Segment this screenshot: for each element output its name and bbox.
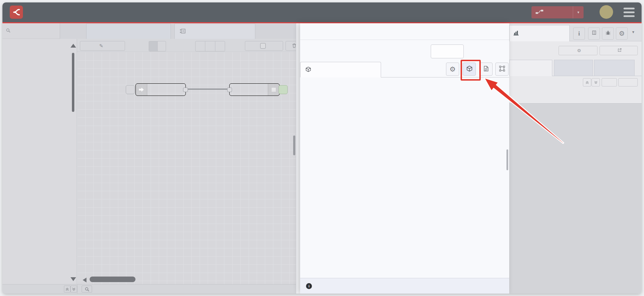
open-dashboard-button[interactable] bbox=[600, 46, 638, 55]
cube-icon bbox=[305, 66, 311, 73]
edit-properties-button[interactable]: ✎ bbox=[80, 41, 125, 51]
palette-expand-button[interactable] bbox=[71, 286, 77, 293]
tab-dashboard-2[interactable] bbox=[509, 25, 570, 41]
user-avatar[interactable] bbox=[600, 5, 613, 19]
unsaved-changes-dot bbox=[249, 26, 253, 29]
palette-scrollbar[interactable] bbox=[72, 53, 74, 112]
sidebar-more-caret[interactable]: ▾ bbox=[632, 30, 634, 34]
tab-layout[interactable] bbox=[509, 60, 552, 76]
selection-frame-icon bbox=[499, 66, 505, 73]
canvas-scroll-left[interactable] bbox=[83, 278, 86, 282]
description-button[interactable] bbox=[479, 63, 493, 76]
info-tab-button[interactable]: i bbox=[573, 27, 585, 40]
inject-arrow-icon bbox=[136, 84, 147, 96]
filter-nodes-input[interactable] bbox=[13, 28, 52, 34]
node-red-window: ▾ ✎ bbox=[2, 2, 642, 294]
add-page-button[interactable] bbox=[618, 78, 638, 87]
node-palette bbox=[2, 39, 77, 284]
canvas-vscrollbar[interactable] bbox=[293, 135, 295, 155]
node-output-port[interactable] bbox=[183, 88, 188, 92]
divider bbox=[77, 285, 77, 294]
project-row: ⚙ bbox=[509, 41, 642, 60]
subflow-toolbar: ✎ bbox=[77, 39, 296, 52]
move-down-button[interactable] bbox=[592, 78, 600, 87]
gear-icon: ⚙ bbox=[619, 30, 625, 37]
outputs-count-stepper bbox=[195, 41, 225, 51]
wire bbox=[185, 89, 230, 90]
document-icon bbox=[484, 66, 489, 73]
debug-tab-button[interactable] bbox=[602, 27, 614, 40]
done-button[interactable] bbox=[470, 44, 506, 58]
status-node-toggle[interactable] bbox=[245, 41, 283, 51]
dialog-tabrow: ⚙ bbox=[300, 62, 509, 77]
node-input-port[interactable] bbox=[227, 88, 232, 92]
palette-collapse-button[interactable] bbox=[64, 286, 71, 293]
module-properties-button[interactable] bbox=[463, 63, 476, 76]
info-icon: i bbox=[578, 30, 580, 37]
gear-icon: ⚙ bbox=[577, 48, 581, 53]
appearance-button[interactable] bbox=[495, 63, 509, 76]
status-node-checkbox[interactable] bbox=[260, 43, 266, 49]
outputs-value bbox=[205, 41, 215, 51]
outputs-plus-button[interactable] bbox=[215, 41, 225, 51]
palette-filter[interactable] bbox=[2, 23, 60, 39]
canvas-hscrollbar[interactable] bbox=[90, 277, 135, 282]
cube-icon bbox=[466, 65, 473, 73]
search-icon bbox=[6, 28, 10, 34]
right-sidebar: i ⚙ ▾ ⚙ bbox=[509, 23, 642, 294]
outputs-minus-button[interactable] bbox=[196, 41, 205, 51]
node-debug-1[interactable] bbox=[229, 83, 280, 96]
move-up-button[interactable] bbox=[583, 78, 591, 87]
palette-scroll-up[interactable] bbox=[71, 44, 76, 48]
node-red-logo-icon bbox=[10, 6, 23, 19]
palette-scroll-down[interactable] bbox=[71, 277, 76, 281]
gear-icon: ⚙ bbox=[449, 66, 456, 73]
node-timestamp[interactable] bbox=[135, 83, 186, 96]
debug-lines-icon bbox=[268, 84, 279, 96]
sidebar-tabs-row: i ⚙ ▾ bbox=[509, 23, 642, 41]
deploy-icon bbox=[536, 9, 543, 16]
tab-flow-1[interactable] bbox=[86, 24, 171, 39]
deploy-button[interactable]: ▾ bbox=[531, 6, 584, 18]
unsaved-changes-dot bbox=[165, 26, 168, 29]
add-link-button[interactable] bbox=[602, 78, 617, 87]
inject-trigger-button[interactable] bbox=[126, 85, 135, 94]
inputs-option-0[interactable] bbox=[149, 41, 158, 51]
footer-bar bbox=[2, 284, 296, 294]
tab-client-data[interactable] bbox=[594, 60, 635, 76]
config-tab-button[interactable]: ⚙ bbox=[616, 27, 628, 40]
header: ▾ bbox=[2, 2, 642, 22]
layout-empty-area bbox=[509, 104, 642, 294]
inputs-option-1[interactable] bbox=[158, 41, 166, 51]
main-menu-button[interactable] bbox=[624, 8, 635, 17]
edit-subflow-dialog: ⚙ i bbox=[300, 23, 509, 294]
info-icon: i bbox=[306, 283, 312, 289]
debug-toggle-button[interactable] bbox=[279, 85, 288, 94]
book-icon bbox=[592, 30, 597, 37]
tab-subflow-1[interactable] bbox=[174, 24, 255, 39]
subflow-settings-button[interactable]: ⚙ bbox=[446, 63, 459, 76]
help-tab-button[interactable] bbox=[588, 27, 600, 40]
cancel-button[interactable] bbox=[431, 44, 464, 58]
dialog-footer: i bbox=[300, 278, 509, 294]
tab-theming[interactable] bbox=[554, 60, 593, 76]
dialog-scrollbar[interactable] bbox=[506, 149, 508, 170]
tab-module-properties[interactable] bbox=[300, 62, 381, 77]
pencil-icon: ✎ bbox=[99, 43, 104, 49]
edit-settings-button[interactable]: ⚙ bbox=[559, 46, 597, 55]
bar-chart-icon bbox=[513, 30, 519, 36]
subflow-icon bbox=[180, 28, 185, 35]
deploy-options-caret[interactable]: ▾ bbox=[573, 6, 584, 18]
dialog-tray-edge[interactable] bbox=[296, 23, 300, 294]
flow-canvas[interactable] bbox=[77, 52, 296, 284]
bug-icon bbox=[605, 30, 611, 37]
dialog-title bbox=[300, 23, 509, 40]
zoom-search-button[interactable] bbox=[82, 286, 92, 293]
workspace-tabbar bbox=[60, 23, 296, 39]
inputs-count-toggle bbox=[149, 41, 166, 51]
external-link-icon bbox=[618, 48, 622, 53]
